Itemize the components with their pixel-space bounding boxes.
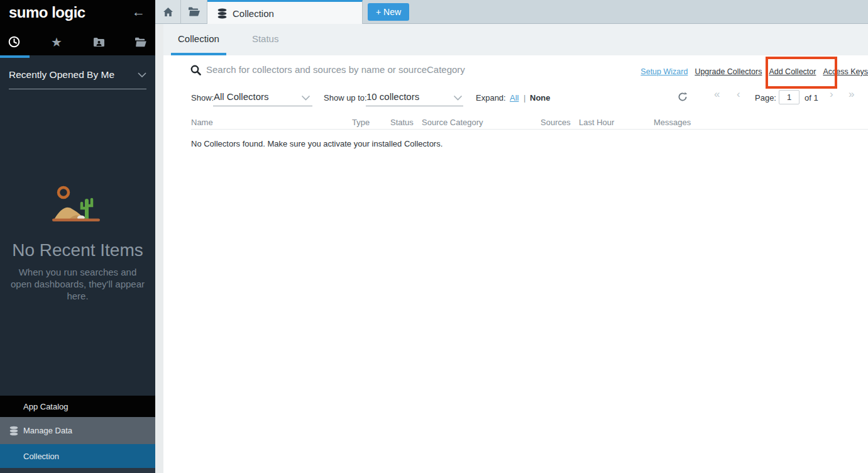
add-collector-link[interactable]: Add Collector: [769, 67, 816, 76]
sidebar-tab-shared[interactable]: [89, 28, 108, 55]
next-page-icon[interactable]: ›: [830, 89, 833, 99]
subtab-bar: Collection Status: [163, 24, 868, 55]
separator: |: [524, 93, 525, 103]
sidebar-tab-library[interactable]: [131, 28, 150, 55]
app-window: sumo logic ← ★: [0, 0, 868, 473]
star-icon: ★: [51, 36, 62, 48]
sidebar-nav-icons: ★: [0, 28, 155, 55]
sidebar-tab-favorites[interactable]: ★: [47, 28, 66, 55]
sidebar-tab-recent[interactable]: [4, 28, 23, 55]
first-page-icon[interactable]: «: [714, 89, 720, 99]
column-header-name[interactable]: Name: [191, 118, 213, 127]
prev-page-icon[interactable]: ‹: [737, 89, 740, 99]
personal-folder-icon: [93, 37, 105, 47]
column-header-sources[interactable]: Sources: [541, 118, 571, 127]
chevron-down-icon: [138, 72, 146, 77]
new-button[interactable]: + New: [368, 3, 409, 21]
folder-icon: [188, 7, 201, 16]
chevron-down-icon[interactable]: [453, 95, 463, 101]
sidebar-active-tab-indicator: [0, 55, 30, 58]
setup-wizard-link[interactable]: Setup Wizard: [640, 67, 688, 76]
library-tab-button[interactable]: [181, 0, 207, 23]
column-header-status[interactable]: Status: [390, 118, 414, 127]
content-gutter: [155, 24, 163, 473]
table-header-divider: [191, 129, 868, 130]
sidebar-item-manage-data[interactable]: Manage Data: [0, 417, 155, 444]
collection-content: Setup Wizard Upgrade Collectors Add Coll…: [163, 55, 868, 473]
sidebar-bottom-strip: [0, 468, 155, 473]
collector-action-links: Setup Wizard Upgrade Collectors Add Coll…: [640, 67, 868, 76]
database-icon: [217, 8, 228, 19]
home-icon: [163, 7, 173, 17]
empty-table-message: No Collectors found. Make sure you activ…: [191, 139, 442, 148]
page-total: of 1: [805, 93, 818, 103]
sidebar-bottom-menu: App Catalog Manage Data Collection: [0, 396, 155, 473]
open-folder-icon: [135, 37, 147, 47]
show-up-to-label: Show up to:: [324, 93, 367, 103]
show-collectors-dropdown[interactable]: All Collectors: [214, 91, 269, 102]
sidebar-item-app-catalog[interactable]: App Catalog: [0, 396, 155, 417]
page-label: Page:: [755, 93, 776, 103]
access-keys-link[interactable]: Access Keys: [823, 67, 868, 76]
sumo-logic-logo: sumo logic: [9, 4, 85, 21]
dropdown-underline: [213, 106, 312, 106]
column-header-type[interactable]: Type: [352, 118, 370, 127]
chevron-down-icon[interactable]: [301, 95, 310, 101]
top-tab-strip: Collection + New: [155, 0, 868, 24]
expand-none-link[interactable]: None: [530, 93, 551, 103]
no-recent-items-title: No Recent Items: [0, 240, 155, 260]
expand-label: Expand:: [476, 93, 506, 103]
refresh-icon[interactable]: [678, 92, 688, 102]
home-tab-button[interactable]: [155, 0, 181, 23]
upgrade-collectors-link[interactable]: Upgrade Collectors: [695, 67, 762, 76]
expand-all-link[interactable]: All: [510, 93, 519, 103]
show-label: Show:: [191, 93, 214, 103]
limit-dropdown[interactable]: 10 collectors: [366, 91, 419, 102]
sidebar-item-collection[interactable]: Collection: [0, 444, 155, 468]
recent-scope-dropdown[interactable]: Recently Opened By Me: [9, 69, 146, 89]
collection-document-tab[interactable]: Collection: [207, 0, 363, 25]
sidebar: sumo logic ← ★: [0, 0, 155, 473]
tab-collection[interactable]: Collection: [171, 24, 226, 55]
menu-label: Manage Data: [23, 426, 72, 435]
column-header-messages[interactable]: Messages: [654, 118, 691, 127]
tab-status[interactable]: Status: [245, 24, 286, 55]
desert-illustration: [52, 184, 103, 225]
column-header-source-category[interactable]: Source Category: [422, 118, 483, 127]
column-header-last-hour[interactable]: Last Hour: [579, 118, 614, 127]
no-recent-items-caption: When you run searches and open dashboard…: [7, 266, 148, 302]
search-icon: [190, 65, 201, 75]
dropdown-underline: [366, 106, 463, 106]
main-panel: Collection Status Setup Wizard Upgrade C…: [163, 24, 868, 473]
clock-icon: [8, 36, 20, 48]
last-page-icon[interactable]: »: [849, 89, 854, 99]
recent-scope-label: Recently Opened By Me: [9, 69, 114, 81]
menu-label: App Catalog: [23, 402, 69, 411]
database-icon: [9, 426, 19, 436]
page-number-input[interactable]: [779, 90, 799, 104]
menu-label: Collection: [23, 452, 59, 461]
search-input[interactable]: [206, 60, 596, 78]
logo-bar: sumo logic ←: [0, 0, 155, 28]
tab-title: Collection: [233, 8, 274, 19]
collapse-sidebar-icon[interactable]: ←: [132, 4, 145, 19]
